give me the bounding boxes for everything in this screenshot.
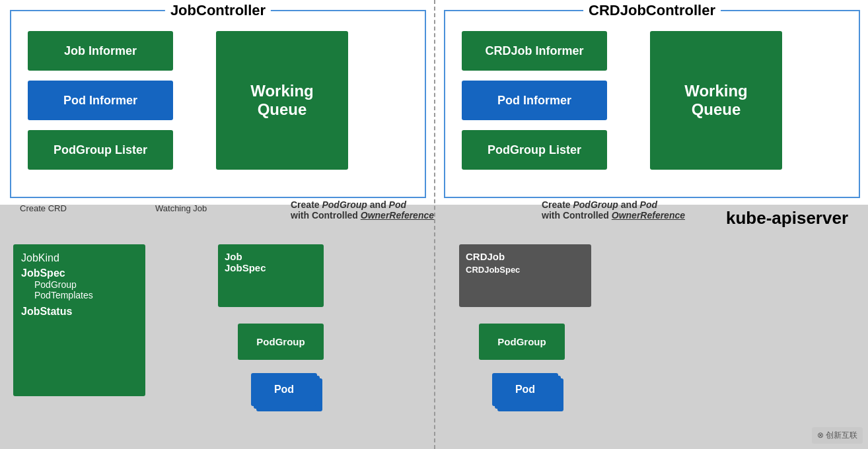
job-controller-title: JobController (165, 2, 271, 19)
crd-job-informer-label: CRDJob Informer (485, 44, 583, 58)
pod-box-right: Pod (492, 373, 558, 406)
crd-pod-informer-box: Pod Informer (462, 81, 607, 120)
podgroup-right-label: PodGroup (497, 336, 546, 347)
watching-job-label: Watching Job (155, 203, 207, 213)
watermark: ⊗ 创新互联 (812, 427, 863, 444)
jc-podgroup-lister-label: PodGroup Lister (54, 143, 147, 157)
pod-left-label: Pod (274, 384, 294, 396)
jobkind-title: JobKind (21, 252, 137, 264)
crd-job-informer-box: CRDJob Informer (462, 31, 607, 71)
jobkind-podgroup: PodGroup (34, 279, 137, 290)
crd-pod-informer-label: Pod Informer (497, 94, 571, 108)
vertical-divider (434, 0, 435, 449)
jc-working-queue-box: WorkingQueue (216, 31, 348, 170)
jc-job-informer-box: Job Informer (28, 31, 173, 71)
jobkind-jobstatus: JobStatus (21, 306, 137, 318)
crd-working-queue-label: WorkingQueue (684, 82, 748, 119)
job-jobspec: JobSpec (225, 262, 317, 273)
podgroup-left-label: PodGroup (256, 336, 305, 347)
create-podgroup-right-label: Create PodGroup and Pod with Controlled … (542, 199, 685, 221)
jobkind-box: JobKind JobSpec PodGroup PodTemplates Jo… (13, 244, 145, 396)
jobkind-jobspec: JobSpec (21, 267, 137, 279)
podgroup-box-left: PodGroup (238, 324, 324, 360)
crd-controller-box: CRDJobController CRDJob Informer Pod Inf… (444, 10, 860, 198)
jc-working-queue-label: WorkingQueue (250, 82, 314, 119)
main-container: JobController Job Informer Pod Informer … (0, 0, 868, 449)
crdjob-spec: CRDJobSpec (466, 265, 585, 275)
jobkind-podtemplates: PodTemplates (34, 290, 137, 300)
create-crd-label: Create CRD (20, 203, 67, 213)
watermark-icon: ⊗ (817, 431, 824, 440)
watermark-text: 创新互联 (826, 431, 857, 440)
crdjob-box: CRDJob CRDJobSpec (459, 244, 591, 307)
create-podgroup-left-label: Create PodGroup and Pod with Controlled … (291, 199, 434, 221)
crd-podgroup-lister-label: PodGroup Lister (488, 143, 581, 157)
jc-pod-informer-box: Pod Informer (28, 81, 173, 120)
kube-apiserver-title: kube-apiserver (726, 208, 848, 228)
pod-box-left: Pod (251, 373, 317, 406)
podgroup-box-right: PodGroup (479, 324, 565, 360)
pod-right-label: Pod (515, 384, 535, 396)
jc-podgroup-lister-box: PodGroup Lister (28, 130, 173, 170)
crd-controller-title: CRDJobController (583, 2, 721, 19)
job-controller-box: JobController Job Informer Pod Informer … (10, 10, 426, 198)
jc-job-informer-label: Job Informer (64, 44, 137, 58)
job-title: Job (225, 251, 317, 262)
crdjob-title: CRDJob (466, 251, 585, 262)
watching-job-text: Watching Job (155, 203, 207, 213)
jc-pod-informer-label: Pod Informer (63, 94, 137, 108)
crd-working-queue-box: WorkingQueue (650, 31, 782, 170)
job-box: Job JobSpec (218, 244, 324, 307)
crd-podgroup-lister-box: PodGroup Lister (462, 130, 607, 170)
